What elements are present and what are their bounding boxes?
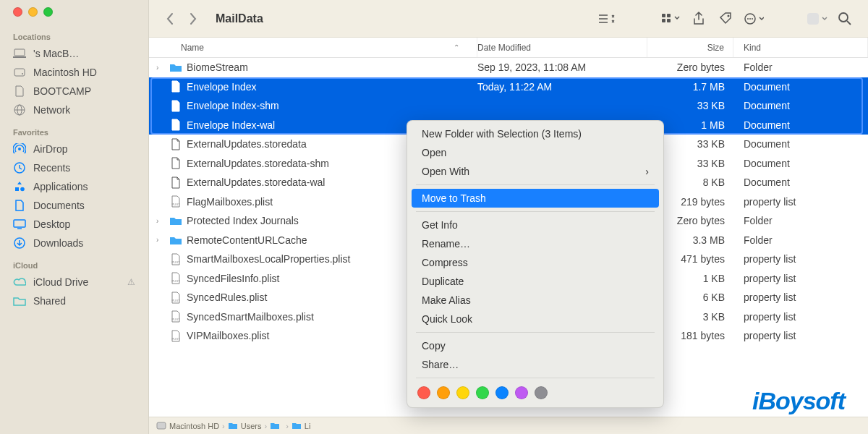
group-button[interactable] xyxy=(661,10,681,27)
file-kind: property list xyxy=(733,253,868,265)
sidebar-item-documents[interactable]: Documents xyxy=(10,196,148,215)
file-row[interactable]: Envelope IndexToday, 11:22 AM1.7 MBDocum… xyxy=(149,77,868,97)
sidebar-item-network[interactable]: Network xyxy=(10,101,148,119)
folder-icon xyxy=(169,61,182,74)
file-kind: property list xyxy=(733,311,868,323)
doc-icon xyxy=(169,80,182,93)
file-kind: Document xyxy=(733,100,868,111)
file-row[interactable]: Envelope Index-shm33 KBDocument xyxy=(149,96,868,116)
sidebar-item-applications[interactable]: Applications xyxy=(10,177,148,196)
context-menu-item[interactable]: Quick Look xyxy=(412,310,659,328)
svg-text:PLIST: PLIST xyxy=(171,260,180,264)
path-bar[interactable]: Macintosh HD›Users››Li xyxy=(149,417,868,434)
sidebar-item-recents[interactable]: Recents xyxy=(10,158,148,177)
file-size: 33 KB xyxy=(647,100,733,111)
share-button[interactable] xyxy=(689,10,709,27)
context-menu-item[interactable]: Make Alias xyxy=(412,291,659,310)
minimize-button[interactable] xyxy=(28,7,38,17)
col-name-header[interactable]: Name xyxy=(181,43,204,53)
window-title: MailData xyxy=(216,12,263,25)
tag-dot[interactable] xyxy=(495,386,509,399)
file-name: Envelope Index xyxy=(187,81,257,93)
context-menu-item[interactable]: Copy xyxy=(412,336,659,355)
svg-point-24 xyxy=(752,18,753,20)
context-menu-item[interactable]: Share… xyxy=(412,355,659,374)
sidebar-item-airdrop[interactable]: AirDrop xyxy=(10,140,148,158)
svg-rect-0 xyxy=(14,49,25,56)
disclosure-triangle[interactable]: › xyxy=(156,64,165,72)
account-button[interactable] xyxy=(807,10,827,27)
sidebar-item-shared[interactable]: Shared xyxy=(10,292,148,310)
file-kind: property list xyxy=(733,292,868,303)
svg-rect-19 xyxy=(667,19,671,22)
plist-icon: PLIST xyxy=(169,329,182,342)
sidebar-item-label: Documents xyxy=(33,200,85,211)
tag-dot[interactable] xyxy=(437,386,450,399)
col-date-header[interactable]: Date Modified xyxy=(477,38,647,57)
context-menu-label: Share… xyxy=(422,359,459,370)
path-segment[interactable]: Macintosh HD xyxy=(156,422,219,430)
disclosure-triangle[interactable]: › xyxy=(156,217,165,225)
back-button[interactable] xyxy=(162,11,178,27)
forward-button[interactable] xyxy=(185,11,201,27)
search-button[interactable] xyxy=(835,10,855,27)
tag-dot[interactable] xyxy=(515,386,528,399)
doc-icon xyxy=(169,99,182,112)
sidebar-item-label: iCloud Drive xyxy=(33,276,88,288)
context-menu-item[interactable]: Duplicate xyxy=(412,272,659,291)
doc-icon xyxy=(13,199,26,212)
path-segment[interactable]: Li xyxy=(292,422,311,430)
svg-rect-34 xyxy=(157,422,166,429)
tag-dot[interactable] xyxy=(456,386,469,399)
sidebar-item-downloads[interactable]: Downloads xyxy=(10,234,148,252)
airdrop-icon xyxy=(13,142,26,156)
file-row[interactable]: ›BiomeStreamSep 19, 2023, 11:08 AMZero b… xyxy=(149,58,868,77)
fullscreen-button[interactable] xyxy=(43,7,53,17)
menu-separator xyxy=(416,184,655,185)
close-button[interactable] xyxy=(13,7,22,17)
context-menu-label: Open xyxy=(422,147,446,158)
view-list-button[interactable] xyxy=(597,10,618,27)
disclosure-triangle[interactable]: › xyxy=(156,236,165,244)
context-menu-item[interactable]: Rename… xyxy=(412,234,659,253)
sidebar-item-desktop[interactable]: Desktop xyxy=(10,215,148,234)
sidebar-item-label: Applications xyxy=(33,181,88,192)
context-menu-item[interactable]: New Folder with Selection (3 Items) xyxy=(412,124,659,143)
svg-text:PLIST: PLIST xyxy=(171,203,180,206)
context-menu-item[interactable]: Open With› xyxy=(412,162,659,181)
file-name: Envelope Index-wal xyxy=(187,119,275,131)
laptop-icon xyxy=(13,47,26,60)
context-menu[interactable]: New Folder with Selection (3 Items)OpenO… xyxy=(407,120,664,408)
sidebar-item-bootcamp[interactable]: BOOTCAMP xyxy=(10,82,148,101)
context-menu-item[interactable]: Move to Trash xyxy=(412,189,659,208)
col-size-header[interactable]: Size xyxy=(647,38,733,57)
menu-separator xyxy=(416,211,655,212)
plist-icon: PLIST xyxy=(169,252,182,265)
file-kind: Folder xyxy=(733,215,868,226)
context-menu-item[interactable]: Get Info xyxy=(412,216,659,234)
context-menu-label: Quick Look xyxy=(422,313,472,325)
tag-dot[interactable] xyxy=(476,386,489,399)
doc-icon xyxy=(169,119,182,132)
sidebar-item-macbook[interactable]: 's MacB… xyxy=(10,44,148,63)
tag-dot[interactable] xyxy=(535,386,548,399)
svg-rect-18 xyxy=(662,19,665,22)
actions-button[interactable] xyxy=(744,10,764,27)
col-kind-header[interactable]: Kind xyxy=(733,38,868,57)
tag-button[interactable] xyxy=(716,10,736,27)
path-segment[interactable]: Users xyxy=(228,422,262,430)
column-headers[interactable]: Name⌃ Date Modified Size Kind xyxy=(149,38,868,58)
file-name: BiomeStream xyxy=(187,61,248,73)
file-kind: property list xyxy=(733,273,868,284)
context-menu-item[interactable]: Compress xyxy=(412,253,659,272)
sidebar-item-label: 's MacB… xyxy=(33,48,79,59)
file-name: SyncedSmartMailboxes.plist xyxy=(187,311,314,323)
path-segment[interactable] xyxy=(270,422,283,430)
file-size: 1.7 MB xyxy=(647,81,733,93)
tag-dot[interactable] xyxy=(417,386,430,399)
plist-icon: PLIST xyxy=(169,310,182,323)
sidebar-item-macintosh-hd[interactable]: Macintosh HD xyxy=(10,63,148,82)
sidebar-item-icloud-drive[interactable]: iCloud Drive⚠︎ xyxy=(10,273,148,292)
context-menu-item[interactable]: Open xyxy=(412,143,659,162)
file-size: Zero bytes xyxy=(647,61,733,73)
